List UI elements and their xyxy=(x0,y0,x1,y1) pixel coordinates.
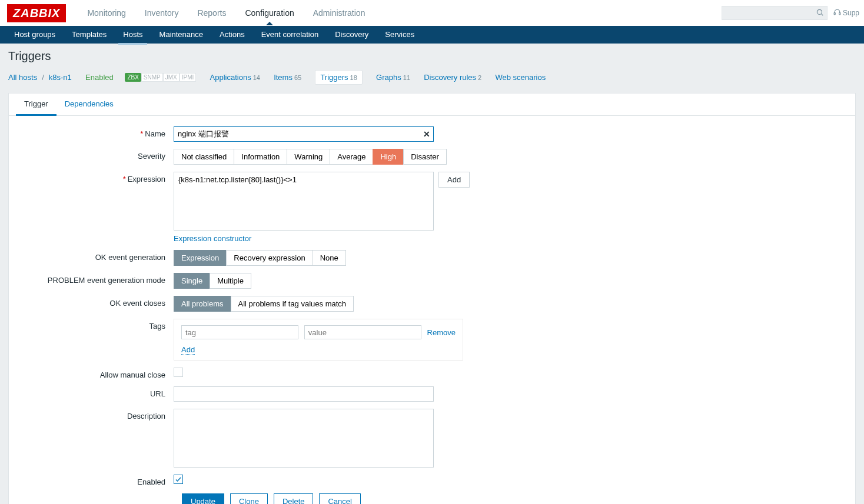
tag-add-link[interactable]: Add xyxy=(181,345,195,355)
expression-textarea[interactable] xyxy=(174,172,434,231)
bc-discovery-count: 2 xyxy=(478,74,481,81)
expression-add-button[interactable]: Add xyxy=(438,172,470,188)
bc-host[interactable]: k8s-n1 xyxy=(49,73,72,82)
bc-graphs-link[interactable]: Graphs xyxy=(376,73,401,82)
sev-not-classified[interactable]: Not classified xyxy=(174,149,234,165)
pmode-multiple[interactable]: Multiple xyxy=(210,273,251,289)
badge-snmp: SNMP xyxy=(141,73,163,82)
tab-trigger[interactable]: Trigger xyxy=(16,94,57,116)
subnav-discovery[interactable]: Discovery xyxy=(327,26,377,44)
okgen-none[interactable]: None xyxy=(313,250,346,266)
bc-applications-link[interactable]: Applications xyxy=(210,73,251,82)
tag-name-input[interactable] xyxy=(181,325,298,339)
bc-enabled: Enabled xyxy=(85,73,114,82)
bc-discovery-rules[interactable]: Discovery rules 2 xyxy=(424,73,481,82)
search-icon[interactable] xyxy=(816,8,824,18)
subnav-templates[interactable]: Templates xyxy=(64,26,115,44)
label-problem-mode: PROBLEM event generation mode xyxy=(21,273,174,285)
sev-high[interactable]: High xyxy=(373,149,404,165)
okclose-match[interactable]: All problems if tag values match xyxy=(231,296,354,312)
bc-items-link[interactable]: Items xyxy=(274,73,293,82)
ok-closes-segmented: All problems All problems if tag values … xyxy=(174,296,354,312)
bc-items-count: 65 xyxy=(294,74,301,81)
description-textarea[interactable] xyxy=(174,409,434,468)
clone-button[interactable]: Clone xyxy=(230,493,268,504)
bc-graphs-count: 11 xyxy=(403,74,410,81)
tag-remove-link[interactable]: Remove xyxy=(427,328,456,337)
bc-items[interactable]: Items 65 xyxy=(274,73,301,82)
allow-manual-checkbox[interactable] xyxy=(174,368,183,377)
zabbix-logo[interactable]: ZABBIX xyxy=(7,4,66,22)
tab-dependencies[interactable]: Dependencies xyxy=(57,94,122,115)
okgen-expression[interactable]: Expression xyxy=(174,250,227,266)
subnav-hosts[interactable]: Hosts xyxy=(115,26,151,44)
sev-disaster[interactable]: Disaster xyxy=(403,149,447,165)
severity-segmented: Not classified Information Warning Avera… xyxy=(174,149,447,165)
label-enabled: Enabled xyxy=(21,475,174,486)
label-name: *Name xyxy=(21,126,174,138)
label-expression: *Expression xyxy=(21,172,174,183)
expression-constructor-link[interactable]: Expression constructor xyxy=(174,234,251,243)
cancel-button[interactable]: Cancel xyxy=(319,493,360,504)
svg-line-1 xyxy=(822,14,823,16)
support-link[interactable]: Supp xyxy=(833,8,859,18)
nav-reports[interactable]: Reports xyxy=(188,1,235,25)
nav-monitoring[interactable]: Monitoring xyxy=(78,1,135,25)
bc-triggers[interactable]: Triggers 18 xyxy=(315,70,362,85)
tabs: Trigger Dependencies xyxy=(9,94,855,116)
label-description: Description xyxy=(21,409,174,420)
okgen-recovery[interactable]: Recovery expression xyxy=(226,250,313,266)
bc-web-scenarios[interactable]: Web scenarios xyxy=(495,73,546,82)
label-ok-event-gen: OK event generation xyxy=(21,250,174,262)
clear-icon[interactable]: ✕ xyxy=(423,129,430,139)
sev-average[interactable]: Average xyxy=(330,149,373,165)
bc-apps-count: 14 xyxy=(253,74,260,81)
nav-inventory[interactable]: Inventory xyxy=(135,1,188,25)
top-header: ZABBIX Monitoring Inventory Reports Conf… xyxy=(0,0,864,26)
bc-badges: ZBX SNMP JMX IPMI xyxy=(125,73,196,82)
name-input[interactable] xyxy=(174,126,434,142)
subnav-actions[interactable]: Actions xyxy=(211,26,253,44)
page-content: Triggers All hosts / k8s-n1 Enabled ZBX … xyxy=(0,44,864,504)
bc-triggers-count: 18 xyxy=(350,74,357,81)
subnav-maintenance[interactable]: Maintenance xyxy=(151,26,211,44)
problem-mode-segmented: Single Multiple xyxy=(174,273,251,289)
update-button[interactable]: Update xyxy=(182,493,224,504)
badge-jmx: JMX xyxy=(163,73,180,82)
pmode-single[interactable]: Single xyxy=(174,273,210,289)
url-input[interactable] xyxy=(174,386,434,402)
search-input[interactable] xyxy=(722,6,828,20)
delete-button[interactable]: Delete xyxy=(274,493,314,504)
nav-configuration[interactable]: Configuration xyxy=(235,1,303,25)
top-right: Supp xyxy=(722,6,864,20)
badge-zbx: ZBX xyxy=(125,73,141,82)
label-url: URL xyxy=(21,386,174,398)
badge-ipmi: IPMI xyxy=(180,73,197,82)
global-search xyxy=(722,6,828,20)
top-nav: Monitoring Inventory Reports Configurati… xyxy=(78,1,374,25)
subnav-event-correlation[interactable]: Event correlation xyxy=(253,26,327,44)
subnav-services[interactable]: Services xyxy=(377,26,423,44)
form-buttons: Update Clone Delete Cancel xyxy=(182,493,843,504)
label-tags: Tags xyxy=(21,319,174,331)
subnav-host-groups[interactable]: Host groups xyxy=(6,26,64,44)
bc-triggers-link[interactable]: Triggers xyxy=(320,73,348,82)
page-title: Triggers xyxy=(8,49,856,63)
sev-information[interactable]: Information xyxy=(234,149,287,165)
label-ok-closes: OK event closes xyxy=(21,296,174,308)
sev-warning[interactable]: Warning xyxy=(287,149,330,165)
bc-discovery-link[interactable]: Discovery rules xyxy=(424,73,476,82)
sub-nav: Host groups Templates Hosts Maintenance … xyxy=(0,26,864,44)
bc-applications[interactable]: Applications 14 xyxy=(210,73,260,82)
okclose-all[interactable]: All problems xyxy=(174,296,231,312)
bc-graphs[interactable]: Graphs 11 xyxy=(376,73,410,82)
tag-value-input[interactable] xyxy=(304,325,421,339)
tags-box: Remove Add xyxy=(174,319,463,361)
bc-sep: / xyxy=(42,73,44,82)
headset-icon xyxy=(833,8,841,18)
svg-rect-2 xyxy=(834,13,835,15)
enabled-checkbox[interactable] xyxy=(174,475,183,484)
nav-administration[interactable]: Administration xyxy=(304,1,375,25)
support-label: Supp xyxy=(843,9,859,17)
bc-all-hosts[interactable]: All hosts xyxy=(8,73,37,82)
